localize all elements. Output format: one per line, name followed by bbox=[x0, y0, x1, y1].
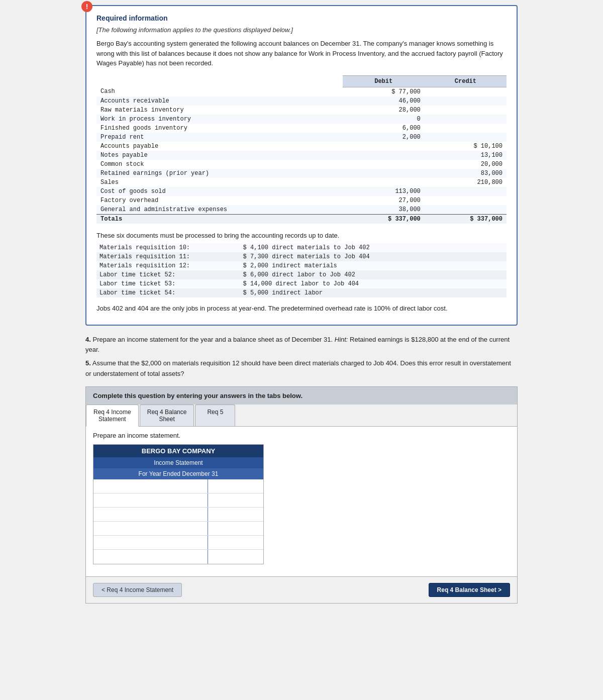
income-value-5 bbox=[208, 536, 263, 549]
balance-label: Factory overhead bbox=[96, 196, 343, 205]
req-subtitle: [The following information applies to th… bbox=[96, 26, 507, 34]
income-input-label-1[interactable] bbox=[96, 482, 205, 489]
balance-label: Notes payable bbox=[96, 151, 343, 160]
balance-credit bbox=[425, 106, 507, 115]
income-label-5 bbox=[93, 536, 208, 549]
income-input-value-6[interactable] bbox=[211, 552, 260, 559]
balance-credit bbox=[425, 133, 507, 142]
balance-credit bbox=[425, 187, 507, 196]
balance-totals-row: Totals $ 337,000 $ 337,000 bbox=[96, 214, 507, 224]
income-input-value-5[interactable] bbox=[211, 538, 260, 545]
income-input-value-2[interactable] bbox=[211, 496, 260, 503]
questions-section: 4. Prepare an income statement for the y… bbox=[85, 335, 518, 379]
doc-value: $ 7,300 direct materials to Job 404 bbox=[240, 252, 507, 261]
doc-row: Labor time ticket 52: $ 6,000 direct lab… bbox=[96, 270, 507, 279]
balance-credit: 83,000 bbox=[425, 169, 507, 178]
balance-row: Prepaid rent 2,000 bbox=[96, 133, 507, 142]
doc-label: Labor time ticket 54: bbox=[96, 288, 240, 297]
income-input-value-3[interactable] bbox=[211, 510, 260, 517]
req-body-text: Bergo Bay's accounting system generated … bbox=[96, 39, 507, 68]
balance-row: Accounts payable $ 10,100 bbox=[96, 142, 507, 151]
balance-credit bbox=[425, 124, 507, 133]
statement-row bbox=[93, 479, 263, 493]
tab-content: Prepare an income statement. BERGO BAY C… bbox=[85, 427, 518, 577]
balance-row: Cost of goods sold 113,000 bbox=[96, 187, 507, 196]
totals-debit: $ 337,000 bbox=[343, 214, 425, 224]
balance-label: Raw materials inventory bbox=[96, 106, 343, 115]
credit-header: Credit bbox=[425, 75, 507, 87]
statement-title: BERGO BAY COMPANY bbox=[93, 445, 263, 457]
balance-credit bbox=[425, 87, 507, 96]
doc-label: Labor time ticket 53: bbox=[96, 279, 240, 288]
balance-table: Debit Credit Cash $ 77,000 Accounts rece… bbox=[96, 75, 507, 224]
balance-debit: 6,000 bbox=[343, 124, 425, 133]
income-input-label-2[interactable] bbox=[96, 496, 205, 503]
doc-row: Materials requisition 10: $ 4,100 direct… bbox=[96, 243, 507, 252]
tab-req4-balance-label1: Req 4 Balance bbox=[147, 409, 187, 416]
income-label-3 bbox=[93, 508, 208, 521]
balance-debit: 113,000 bbox=[343, 187, 425, 196]
question-4: 4. Prepare an income statement for the y… bbox=[85, 335, 518, 356]
income-label-6 bbox=[93, 550, 208, 564]
tab-req5[interactable]: Req 5 bbox=[195, 405, 235, 426]
tab-instruction: Prepare an income statement. bbox=[93, 432, 510, 439]
balance-row: Factory overhead 27,000 bbox=[96, 196, 507, 205]
statement-subtitle: Income Statement bbox=[93, 457, 263, 468]
tab-req4-balance-label2: Sheet bbox=[147, 416, 187, 423]
six-docs-intro: These six documents must be processed to… bbox=[96, 231, 507, 241]
balance-label: Prepaid rent bbox=[96, 133, 343, 142]
balance-row: General and administrative expenses 38,0… bbox=[96, 205, 507, 215]
prev-button[interactable]: < Req 4 Income Statement bbox=[93, 583, 182, 597]
income-value-2 bbox=[208, 493, 263, 507]
balance-label: Work in process inventory bbox=[96, 115, 343, 124]
balance-debit bbox=[343, 142, 425, 151]
next-button[interactable]: Req 4 Balance Sheet > bbox=[429, 583, 510, 597]
req-title: Required information bbox=[96, 14, 507, 22]
balance-credit: 20,000 bbox=[425, 160, 507, 169]
totals-label: Totals bbox=[96, 214, 343, 224]
income-input-label-5[interactable] bbox=[96, 538, 205, 545]
income-value-1 bbox=[208, 479, 263, 493]
doc-value: $ 14,000 direct labor to Job 404 bbox=[240, 279, 507, 288]
balance-debit: 46,000 bbox=[343, 96, 425, 106]
income-input-value-1[interactable] bbox=[211, 482, 260, 489]
income-value-6 bbox=[208, 550, 263, 564]
complete-bar: Complete this question by entering your … bbox=[85, 386, 518, 405]
doc-row: Materials requisition 11: $ 7,300 direct… bbox=[96, 252, 507, 261]
doc-row: Materials requisition 12: $ 2,000 indire… bbox=[96, 261, 507, 270]
income-label-2 bbox=[93, 493, 208, 507]
income-label-4 bbox=[93, 522, 208, 535]
balance-label: Sales bbox=[96, 178, 343, 187]
balance-debit bbox=[343, 178, 425, 187]
six-docs-table: Materials requisition 10: $ 4,100 direct… bbox=[96, 243, 507, 297]
balance-debit: 2,000 bbox=[343, 133, 425, 142]
balance-row: Retained earnings (prior year) 83,000 bbox=[96, 169, 507, 178]
income-label-1 bbox=[93, 479, 208, 493]
balance-credit bbox=[425, 205, 507, 215]
tabs-container: Req 4 Income Statement Req 4 Balance She… bbox=[85, 405, 518, 427]
doc-label: Labor time ticket 52: bbox=[96, 270, 240, 279]
income-input-value-4[interactable] bbox=[211, 524, 260, 531]
tab-req4-balance[interactable]: Req 4 Balance Sheet bbox=[140, 405, 194, 426]
doc-value: $ 6,000 direct labor to Job 402 bbox=[240, 270, 507, 279]
balance-credit: $ 10,100 bbox=[425, 142, 507, 151]
income-input-label-6[interactable] bbox=[96, 552, 205, 559]
doc-row: Labor time ticket 53: $ 14,000 direct la… bbox=[96, 279, 507, 288]
balance-label: General and administrative expenses bbox=[96, 205, 343, 215]
balance-label: Cost of goods sold bbox=[96, 187, 343, 196]
doc-value: $ 4,100 direct materials to Job 402 bbox=[240, 243, 507, 252]
income-input-label-4[interactable] bbox=[96, 524, 205, 531]
statement-row bbox=[93, 493, 263, 508]
tab-req4-income-label2: Statement bbox=[93, 416, 131, 423]
balance-row: Cash $ 77,000 bbox=[96, 87, 507, 96]
balance-credit bbox=[425, 96, 507, 106]
income-input-label-3[interactable] bbox=[96, 510, 205, 517]
doc-row: Labor time ticket 54: $ 5,000 indirect l… bbox=[96, 288, 507, 297]
statement-row bbox=[93, 550, 263, 564]
income-value-3 bbox=[208, 508, 263, 521]
balance-row: Work in process inventory 0 bbox=[96, 115, 507, 124]
tab-req4-income[interactable]: Req 4 Income Statement bbox=[86, 405, 139, 427]
statement-body bbox=[93, 479, 263, 564]
doc-label: Materials requisition 11: bbox=[96, 252, 240, 261]
balance-debit bbox=[343, 169, 425, 178]
